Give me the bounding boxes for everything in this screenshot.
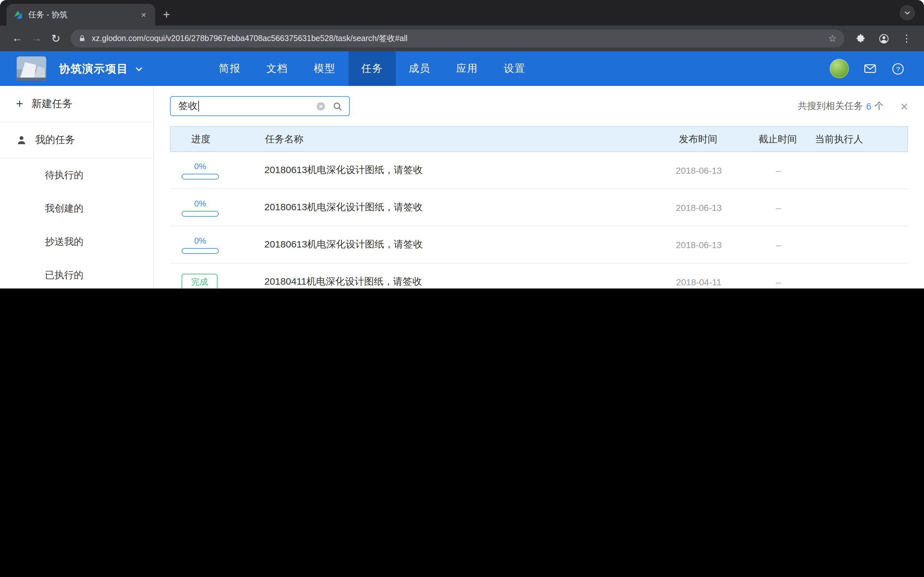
col-header-publish: 发布时间: [653, 133, 743, 145]
nav-item-documents[interactable]: 文档: [254, 51, 301, 86]
back-button[interactable]: ←: [8, 29, 27, 48]
browser-tab-strip: 任务 - 协筑 × +: [0, 0, 924, 26]
pending-label: 待执行的: [45, 169, 83, 181]
executed-label: 已执行的: [45, 269, 83, 281]
search-input[interactable]: 签收: [170, 96, 350, 116]
nav-item-apps[interactable]: 应用: [443, 51, 491, 86]
result-prefix: 共搜到相关任务: [798, 100, 863, 112]
progress-indicator: 0%: [182, 161, 219, 179]
col-header-executor: 当前执行人: [813, 133, 907, 145]
created-by-me-label: 我创建的: [45, 202, 83, 214]
my-tasks-label: 我的任务: [35, 133, 75, 147]
sidebar-item-executed[interactable]: 已执行的: [0, 258, 153, 288]
publish-date: 2018-06-13: [654, 239, 744, 250]
task-name: 20180411机电深化设计图纸，请签收: [254, 276, 654, 288]
nav-item-briefing[interactable]: 简报: [206, 51, 254, 86]
publish-date: 2018-06-13: [654, 165, 744, 175]
progress-bar: [182, 173, 219, 179]
toolbar-right-actions: ⋮: [851, 29, 916, 48]
task-name: 20180613机电深化设计图纸，请签收: [254, 239, 654, 251]
project-logo-image: [17, 56, 46, 81]
col-header-name: 任务名称: [254, 133, 653, 145]
new-task-button[interactable]: + 新建任务: [0, 86, 153, 122]
deadline-date: –: [744, 165, 813, 175]
chevron-down-icon: [134, 64, 144, 73]
progress-percent: 0%: [182, 161, 219, 171]
extensions-puzzle-icon[interactable]: [851, 29, 870, 48]
status-badge-done: 完成: [182, 274, 218, 288]
tab-close-icon[interactable]: ×: [139, 9, 149, 21]
result-count: 6: [866, 101, 871, 111]
browser-toolbar: ← → ↻ xz.glodon.com/coqui/v2016/278b7967…: [0, 26, 924, 51]
user-avatar[interactable]: [830, 59, 849, 78]
progress-indicator: 0%: [182, 235, 219, 253]
sidebar-item-pending[interactable]: 待执行的: [0, 158, 153, 192]
nav-item-tasks[interactable]: 任务: [349, 51, 396, 86]
table-row[interactable]: 0% 20180613机电深化设计图纸，请签收 2018-06-13 –: [170, 226, 908, 263]
table-row[interactable]: 0% 20180613机电深化设计图纸，请签收 2018-06-13 –: [170, 189, 908, 226]
deadline-date: –: [744, 202, 813, 213]
task-name: 20180613机电深化设计图纸，请签收: [254, 164, 654, 176]
deadline-date: –: [744, 239, 813, 250]
clear-search-icon[interactable]: [316, 101, 326, 111]
progress-percent: 0%: [182, 235, 219, 245]
forward-button[interactable]: →: [27, 29, 46, 48]
search-result-summary: 共搜到相关任务 6 个: [798, 100, 884, 112]
result-suffix: 个: [875, 100, 884, 112]
sidebar-item-my-tasks[interactable]: 我的任务: [0, 122, 153, 158]
table-row[interactable]: 完成 20180411机电深化设计图纸，请签收 2018-04-11 –: [170, 263, 908, 288]
tab-title: 任务 - 协筑: [28, 9, 139, 20]
table-header: 进度 任务名称 发布时间 截止时间 当前执行人: [170, 126, 908, 152]
chrome-profile-chevron-button[interactable]: [900, 5, 915, 21]
browser-tab[interactable]: 任务 - 协筑 ×: [6, 4, 155, 26]
header-right-actions: ?: [830, 51, 905, 86]
nav-item-models[interactable]: 模型: [301, 51, 349, 86]
progress-bar: [182, 248, 219, 253]
search-icon[interactable]: [333, 101, 342, 111]
sidebar: + 新建任务 我的任务 待执行的 我创建的 抄送我的 已执行的: [0, 86, 154, 288]
task-name: 20180613机电深化设计图纸，请签收: [254, 201, 654, 213]
new-tab-button[interactable]: +: [163, 8, 170, 21]
close-search-icon[interactable]: ×: [901, 100, 908, 113]
new-task-label: 新建任务: [31, 97, 73, 111]
browser-profile-icon[interactable]: [874, 29, 893, 48]
deadline-date: –: [744, 277, 813, 287]
col-header-progress: 进度: [171, 133, 254, 145]
app-nav: 简报 文档 模型 任务 成员 应用 设置: [206, 51, 538, 86]
main-content: 签收 共搜到相关任务 6: [154, 86, 924, 288]
site-favicon-icon: [13, 10, 23, 20]
progress-indicator: 0%: [182, 198, 219, 216]
svg-text:?: ?: [896, 65, 900, 73]
project-name: 协筑演示项目: [59, 61, 128, 76]
address-bar[interactable]: xz.glodon.com/coqui/v2016/278b7967ebba47…: [71, 29, 845, 47]
cc-to-me-label: 抄送我的: [45, 235, 83, 248]
bookmark-star-icon[interactable]: ☆: [828, 33, 837, 44]
mail-icon[interactable]: [863, 61, 877, 76]
col-header-deadline: 截止时间: [743, 133, 813, 145]
text-cursor: [198, 101, 199, 111]
help-icon[interactable]: ?: [891, 62, 905, 75]
lock-icon[interactable]: [78, 35, 86, 42]
search-value: 签收: [178, 100, 198, 112]
progress-bar: [182, 211, 219, 216]
table-row[interactable]: 0% 20180613机电深化设计图纸，请签收 2018-06-13 –: [170, 152, 908, 189]
person-icon: [16, 135, 27, 145]
publish-date: 2018-06-13: [654, 202, 744, 213]
nav-item-settings[interactable]: 设置: [491, 51, 538, 86]
plus-icon: +: [16, 97, 23, 111]
project-switcher[interactable]: 协筑演示项目: [59, 51, 144, 86]
task-table: 进度 任务名称 发布时间 截止时间 当前执行人 0% 20180613机电深化设…: [170, 126, 908, 288]
sidebar-item-cc-to-me[interactable]: 抄送我的: [0, 225, 153, 258]
search-row: 签收 共搜到相关任务 6: [170, 96, 908, 116]
progress-percent: 0%: [182, 198, 219, 208]
nav-item-members[interactable]: 成员: [396, 51, 443, 86]
browser-window: 任务 - 协筑 × + ← → ↻ xz.glodon.com/coqui/v2…: [0, 0, 924, 288]
app-header: 协筑演示项目 简报 文档 模型 任务 成员 应用 设置: [0, 51, 924, 86]
url-text[interactable]: xz.glodon.com/coqui/v2016/278b7967ebba47…: [92, 33, 823, 44]
reload-button[interactable]: ↻: [46, 29, 65, 48]
browser-menu-icon[interactable]: ⋮: [897, 29, 916, 48]
publish-date: 2018-04-11: [654, 277, 744, 287]
sidebar-item-created-by-me[interactable]: 我创建的: [0, 192, 153, 225]
